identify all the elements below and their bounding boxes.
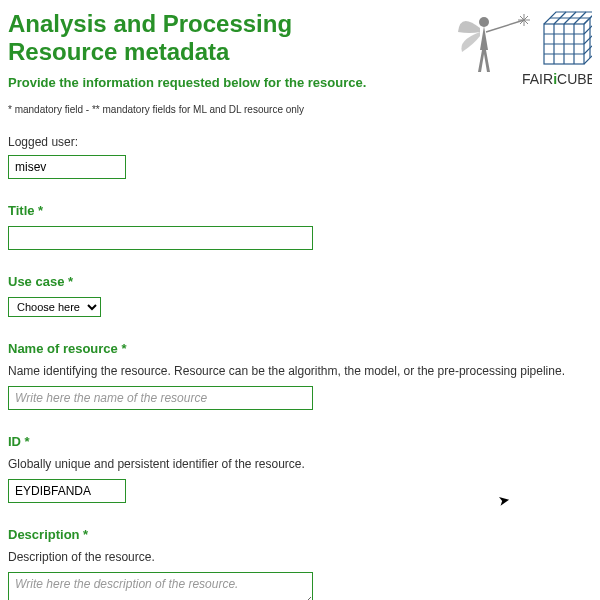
logo-text: FAIRiCUBE bbox=[522, 71, 592, 87]
title-label: Title * bbox=[8, 203, 592, 218]
svg-line-20 bbox=[584, 42, 592, 54]
description-hint: Description of the resource. bbox=[8, 550, 592, 564]
name-resource-label: Name of resource * bbox=[8, 341, 592, 356]
title-input[interactable] bbox=[8, 226, 313, 250]
logged-user-label: Logged user: bbox=[8, 135, 592, 149]
logged-user-input[interactable] bbox=[8, 155, 126, 179]
svg-line-1 bbox=[486, 20, 524, 32]
svg-point-0 bbox=[479, 17, 489, 27]
svg-line-18 bbox=[584, 22, 592, 34]
id-input[interactable] bbox=[8, 479, 126, 503]
name-resource-input[interactable] bbox=[8, 386, 313, 410]
page-title: Analysis and Processing Resource metadat… bbox=[8, 10, 388, 65]
description-textarea[interactable] bbox=[8, 572, 313, 600]
cursor-icon: ➤ bbox=[497, 491, 512, 509]
svg-line-19 bbox=[584, 32, 592, 44]
fairicube-logo: FAIRiCUBE bbox=[452, 2, 592, 97]
name-resource-hint: Name identifying the resource. Resource … bbox=[8, 364, 592, 378]
use-case-label: Use case * bbox=[8, 274, 592, 289]
id-label: ID * bbox=[8, 434, 592, 449]
id-hint: Globally unique and persistent identifie… bbox=[8, 457, 592, 471]
description-label: Description * bbox=[8, 527, 592, 542]
use-case-select[interactable]: Choose here bbox=[8, 297, 101, 317]
mandatory-note: * mandatory field - ** mandatory fields … bbox=[8, 104, 592, 115]
